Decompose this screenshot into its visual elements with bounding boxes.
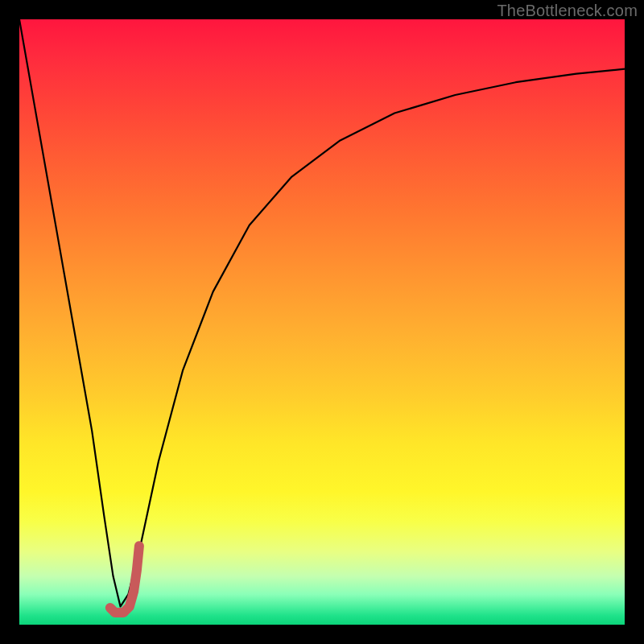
watermark-text: TheBottleneck.com <box>497 2 638 20</box>
plot-area <box>19 19 625 625</box>
curve-layer <box>19 19 625 625</box>
bottleneck-curve <box>19 19 625 606</box>
marker-j <box>110 546 139 613</box>
chart-stage: TheBottleneck.com <box>0 0 644 644</box>
